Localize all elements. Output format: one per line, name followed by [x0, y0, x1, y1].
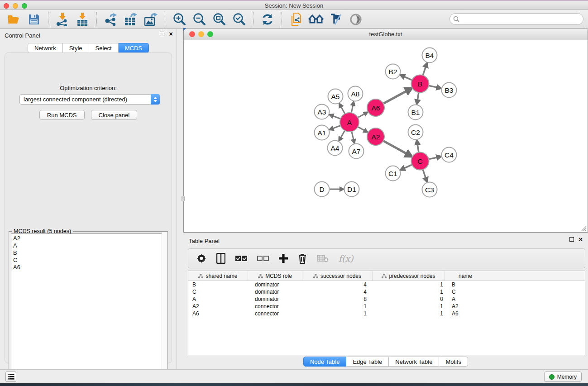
tab-style[interactable]: Style: [63, 43, 89, 53]
refresh-layout-icon[interactable]: [260, 12, 275, 27]
result-item[interactable]: C: [13, 257, 165, 264]
graph-node-B1[interactable]: B1: [408, 105, 423, 120]
column-header[interactable]: shared name: [188, 271, 248, 281]
table-cell[interactable]: A: [188, 296, 248, 302]
table-cell[interactable]: connector: [248, 303, 302, 310]
column-header[interactable]: successor nodes: [302, 271, 373, 281]
zoom-selected-icon[interactable]: [231, 12, 247, 27]
close-table-panel-icon[interactable]: ×: [578, 237, 583, 242]
graph-edge-A-A1[interactable]: [332, 126, 340, 129]
column-header[interactable]: predecessor nodes: [373, 271, 445, 281]
table-cell[interactable]: 1: [373, 303, 445, 310]
graph-edge-A-A4[interactable]: [340, 131, 345, 138]
export-network-icon[interactable]: [103, 12, 119, 27]
save-session-icon[interactable]: [26, 12, 42, 27]
graph-node-B2[interactable]: B2: [386, 64, 401, 79]
graph-edge-B-B3[interactable]: [429, 86, 438, 87]
deselect-all-icon[interactable]: [257, 252, 269, 265]
graph-node-A5[interactable]: A5: [328, 89, 343, 104]
criterion-select[interactable]: largest connected component (directed): [19, 94, 160, 105]
graph-node-A8[interactable]: A8: [348, 86, 363, 101]
graph-node-A2[interactable]: A2: [367, 128, 384, 145]
graph-node-C[interactable]: C: [411, 152, 429, 170]
table-cell[interactable]: 1: [373, 281, 445, 288]
table-cell[interactable]: C: [188, 289, 248, 295]
table-cell[interactable]: 1: [373, 289, 445, 295]
network-graph[interactable]: ABCA6A2A5A8A3A1A4A7B2B4B3B1C2C4C1C3DD1: [184, 40, 588, 232]
node-table[interactable]: shared nameMCDS rolesuccessor nodesprede…: [188, 271, 585, 355]
table-cell[interactable]: dominator: [248, 281, 302, 288]
table-row[interactable]: Bdominator41B: [188, 281, 585, 288]
mcds-result-list[interactable]: A2ABCA6: [11, 234, 166, 381]
tab-motifs[interactable]: Motifs: [439, 357, 468, 367]
graph-edge-A-A8[interactable]: [351, 104, 353, 112]
graph-edge-B-B1[interactable]: [417, 93, 419, 101]
table-row[interactable]: Adominator80A: [188, 295, 585, 303]
memory-button[interactable]: Memory: [544, 372, 582, 382]
table-cell[interactable]: B: [445, 281, 486, 288]
column-header[interactable]: name: [445, 271, 486, 281]
result-scrollbar[interactable]: [162, 232, 167, 383]
table-cell[interactable]: A6: [445, 310, 486, 317]
table-cell[interactable]: A: [445, 296, 486, 302]
export-image-icon[interactable]: [143, 12, 158, 27]
graph-node-A7[interactable]: A7: [349, 144, 364, 159]
tab-mcds[interactable]: MCDS: [119, 43, 149, 53]
graph-edge-C-C1[interactable]: [403, 165, 411, 169]
graph-edge-C-C2[interactable]: [417, 143, 419, 152]
result-item[interactable]: B: [13, 249, 165, 257]
table-row[interactable]: A6connector11A6: [188, 310, 585, 317]
add-column-icon[interactable]: [279, 252, 288, 265]
run-mcds-button[interactable]: Run MCDS: [39, 110, 85, 120]
graph-node-A1[interactable]: A1: [315, 125, 330, 140]
graph-edge-C-C4[interactable]: [429, 157, 438, 159]
resize-grip-icon[interactable]: [580, 225, 587, 231]
first-neighbors-icon[interactable]: [308, 12, 324, 27]
graph-edge-A-A6[interactable]: [358, 114, 365, 118]
table-cell[interactable]: 4: [302, 281, 373, 288]
table-row[interactable]: Cdominator41C: [188, 288, 585, 295]
close-panel-button[interactable]: Close panel: [91, 110, 138, 120]
result-item[interactable]: A6: [13, 264, 165, 271]
zoom-in-icon[interactable]: [172, 12, 187, 27]
delete-table-icon[interactable]: [317, 252, 329, 265]
table-cell[interactable]: A2: [445, 303, 486, 310]
graph-edge-B-B2[interactable]: [403, 76, 411, 80]
column-header[interactable]: MCDS role: [248, 271, 302, 281]
clone-network-icon[interactable]: [288, 12, 304, 27]
split-pane-handle[interactable]: [182, 196, 185, 201]
table-cell[interactable]: dominator: [248, 296, 302, 302]
table-cell[interactable]: A6: [188, 310, 248, 317]
graph-node-A4[interactable]: A4: [328, 141, 343, 156]
float-table-panel-icon[interactable]: [569, 237, 574, 242]
graph-node-A3[interactable]: A3: [315, 105, 330, 119]
birdseye-view-icon[interactable]: [348, 12, 363, 27]
select-all-icon[interactable]: [235, 252, 247, 265]
zoom-fit-icon[interactable]: [211, 12, 227, 27]
float-panel-icon[interactable]: [160, 32, 164, 36]
zoom-out-icon[interactable]: [191, 12, 207, 27]
graph-node-C2[interactable]: C2: [408, 125, 423, 140]
tab-node-table[interactable]: Node Table: [303, 357, 347, 367]
search-input[interactable]: [459, 14, 583, 24]
table-cell[interactable]: connector: [248, 310, 302, 317]
table-cell[interactable]: A2: [188, 303, 248, 310]
graph-node-A6[interactable]: A6: [367, 99, 384, 116]
function-builder-icon[interactable]: f(x): [339, 252, 354, 265]
graph-edge-A6-B[interactable]: [384, 90, 408, 103]
delete-column-icon[interactable]: [298, 252, 307, 265]
table-row[interactable]: A2connector11A2: [188, 303, 585, 310]
network-window-titlebar[interactable]: testGlobe.txt: [184, 29, 588, 40]
graph-edge-B-B4[interactable]: [423, 66, 426, 75]
graph-edge-A-A5[interactable]: [340, 106, 344, 114]
table-cell[interactable]: 1: [373, 310, 445, 317]
close-panel-icon[interactable]: ×: [169, 32, 173, 36]
graph-edge-A2-C[interactable]: [384, 141, 408, 155]
search-box[interactable]: [449, 13, 583, 25]
table-settings-gear-icon[interactable]: [196, 252, 206, 265]
tab-select[interactable]: Select: [89, 43, 119, 53]
graph-node-B3[interactable]: B3: [442, 83, 457, 98]
graph-node-D1[interactable]: D1: [344, 182, 359, 197]
table-cell[interactable]: B: [188, 281, 248, 288]
table-cell[interactable]: 1: [302, 303, 373, 310]
